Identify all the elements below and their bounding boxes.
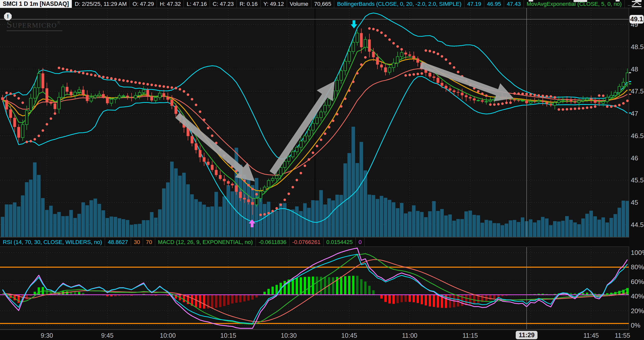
price-tick-label: 45.5 xyxy=(631,177,644,183)
crosshair-time-bubble: 11:29 xyxy=(516,331,538,339)
price-tick-label: 47 xyxy=(631,110,638,117)
chart-style-icon[interactable] xyxy=(631,1,642,7)
readout-date: D: 2/25/25, 11:29 AM xyxy=(72,0,130,8)
time-tick-label: 9:30 xyxy=(41,332,53,339)
clipped-toolbar-icon xyxy=(529,0,533,2)
percent-tick-label: 0% xyxy=(631,322,640,329)
readout-low: L: 47.16 xyxy=(184,0,210,8)
bollinger-lower-value: 46.95 xyxy=(484,0,504,8)
clipped-toolbar-icon xyxy=(616,0,620,2)
time-tick-label: 10:00 xyxy=(160,332,176,339)
price-tick-label: 46.5 xyxy=(631,133,644,139)
lower-study-header: RSI (14, 70, 30, CLOSE, WILDERS, no)48.8… xyxy=(0,237,629,247)
symbol-title[interactable]: SMCI 1 D 1m [NASDAQ] xyxy=(0,0,72,8)
price-tick-label: 45 xyxy=(631,199,638,206)
time-tick-label: 11:00 xyxy=(402,332,418,339)
price-tick-label: 48 xyxy=(631,66,638,72)
price-axis[interactable]: 4948.54847.54746.54645.54544.5100%80%60%… xyxy=(629,8,644,340)
bollinger-mid-value: 47.19 xyxy=(464,0,484,8)
percent-tick-label: 40% xyxy=(631,293,644,299)
chart-surface[interactable] xyxy=(0,0,629,340)
readout-high: H: 47.32 xyxy=(157,0,184,8)
time-tick-label: 10:15 xyxy=(220,332,236,339)
study-macd-label[interactable]: MACD (12, 26, 9, EXPONENTIAL, no) xyxy=(155,238,256,247)
macd-avg-value: -0.0766261 xyxy=(290,238,324,247)
macd-zero-value: 0 xyxy=(356,238,365,247)
alert-icon[interactable]: ! xyxy=(4,13,12,20)
price-tick-label: 48.5 xyxy=(631,44,644,50)
macd-diff-value: 0.0154425 xyxy=(324,238,356,247)
chart-window: Supermicro® ! SMCI 1 D 1m [NASDAQ]D: 2/2… xyxy=(0,0,644,340)
axis-study-mark xyxy=(629,94,631,95)
volume-value: 70,665 xyxy=(311,0,334,8)
time-tick-label: 10:45 xyxy=(341,332,357,339)
main-panel-layer xyxy=(0,8,629,237)
bollinger-upper-value: 47.43 xyxy=(504,0,524,8)
percent-tick-label: 80% xyxy=(631,264,644,270)
percent-tick-label: 60% xyxy=(631,278,644,285)
readout-crosshair-price: Y: 49.12 xyxy=(261,0,287,8)
study-rsi-label[interactable]: RSI (14, 70, 30, CLOSE, WILDERS, no) xyxy=(0,238,105,247)
time-tick-label: 11:45 xyxy=(583,332,599,339)
clipped-toolbar-icon xyxy=(574,0,587,2)
axis-study-mark xyxy=(629,83,631,84)
crosshair-price-bubble: 49.1 xyxy=(630,15,644,24)
readout-open: O: 47.29 xyxy=(130,0,157,8)
study-bollinger-label[interactable]: BollingerBands (CLOSE, 0, 20, -2.0, 2.0,… xyxy=(334,0,464,8)
axis-study-mark xyxy=(629,112,631,114)
axis-study-mark xyxy=(629,72,631,73)
readout-range: R: 0.16 xyxy=(237,0,261,8)
clipped-toolbar-icon xyxy=(635,0,642,1)
top-toolbar-cells: SMCI 1 D 1m [NASDAQ]D: 2/25/25, 11:29 AM… xyxy=(0,0,635,8)
top-toolbar: SMCI 1 D 1m [NASDAQ]D: 2/25/25, 11:29 AM… xyxy=(0,0,644,8)
rsi-oversold-value: 30 xyxy=(131,238,143,247)
volume-label: Volume xyxy=(287,0,311,8)
price-tick-label: 46 xyxy=(631,155,638,161)
axis-study-mark xyxy=(629,81,631,82)
axis-study-mark xyxy=(629,89,631,90)
time-tick-label: 9:45 xyxy=(101,332,114,339)
macd-value: -0.0611836 xyxy=(256,238,290,247)
time-tick-label: 11:55 xyxy=(615,332,630,339)
time-tick-label: 11:15 xyxy=(462,332,478,339)
readout-close: C: 47.23 xyxy=(210,0,237,8)
percent-tick-label: 20% xyxy=(631,308,644,314)
lower-panel-layer xyxy=(0,247,629,329)
time-axis[interactable]: 9:309:4510:0010:1510:3010:4511:0011:1511… xyxy=(0,330,629,340)
lower-header-cells: RSI (14, 70, 30, CLOSE, WILDERS, no)48.8… xyxy=(0,238,365,247)
price-tick-label: 44.5 xyxy=(631,221,644,228)
percent-tick-label: 100% xyxy=(631,249,644,256)
rsi-value: 48.8627 xyxy=(105,238,131,247)
rsi-overbought-value: 70 xyxy=(143,238,155,247)
price-tick-label: 47.5 xyxy=(631,88,644,95)
time-tick-label: 10:30 xyxy=(281,332,297,339)
